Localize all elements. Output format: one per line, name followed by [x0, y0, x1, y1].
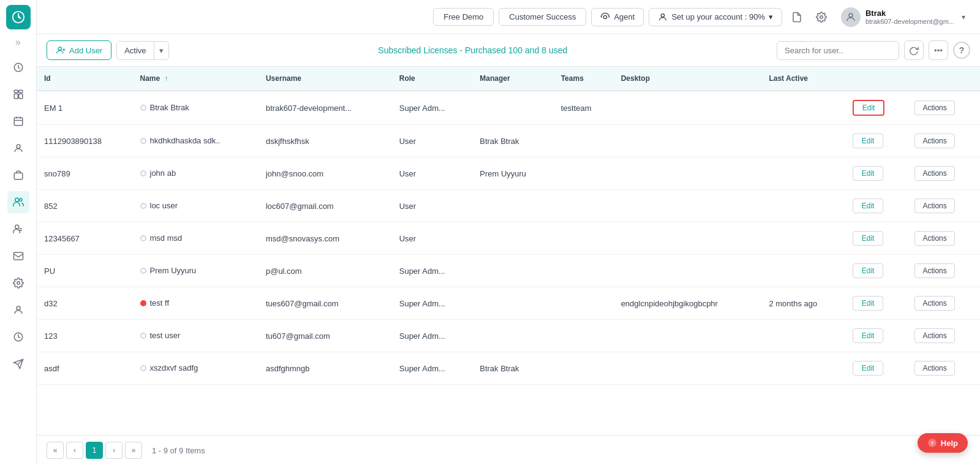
svg-rect-11: [14, 173, 23, 180]
table-row: 1112903890138 hkdhkdhaskda sdk.. dskjfhs…: [37, 125, 980, 157]
document-icon-button[interactable]: [787, 7, 807, 27]
sidebar: »: [0, 0, 37, 465]
cell-id: 852: [37, 190, 133, 222]
edit-button[interactable]: Edit: [853, 361, 884, 376]
free-demo-button[interactable]: Free Demo: [433, 8, 494, 26]
sidebar-item-users[interactable]: [7, 191, 29, 213]
first-page-button[interactable]: «: [47, 442, 64, 459]
col-role: Role: [392, 67, 473, 91]
cell-manager: [472, 320, 553, 352]
status-indicator: [140, 105, 146, 111]
sidebar-item-settings[interactable]: [7, 272, 29, 294]
edit-button[interactable]: Edit: [853, 328, 884, 343]
edit-button[interactable]: Edit: [853, 166, 884, 181]
cell-last-active: [761, 320, 845, 352]
help-fab-button[interactable]: ? Help: [918, 433, 968, 453]
search-input[interactable]: [777, 41, 899, 60]
actions-button[interactable]: Actions: [914, 263, 954, 278]
add-user-button[interactable]: Add User: [47, 40, 111, 60]
cell-name: Prem Uyyuru: [133, 255, 258, 287]
prev-page-button[interactable]: ‹: [66, 442, 83, 459]
cell-desktop: [614, 190, 762, 222]
sidebar-item-profile[interactable]: [7, 299, 29, 321]
edit-button[interactable]: Edit: [853, 296, 884, 311]
cell-teams: [554, 125, 614, 157]
actions-button[interactable]: Actions: [914, 296, 954, 311]
svg-point-22: [662, 13, 665, 17]
svg-point-17: [17, 306, 20, 310]
top-nav: Free Demo Customer Success Agent Set up …: [37, 0, 980, 34]
col-id: Id: [37, 67, 133, 91]
col-name[interactable]: Name ↑: [133, 67, 258, 91]
sidebar-expand-icon[interactable]: »: [15, 37, 21, 48]
sidebar-item-mail[interactable]: [7, 245, 29, 267]
gear-icon-button[interactable]: [812, 7, 831, 27]
actions-button[interactable]: Actions: [914, 361, 954, 376]
main-content: Free Demo Customer Success Agent Set up …: [37, 0, 980, 465]
svg-point-24: [849, 13, 853, 17]
user-email: btrak607-development@gm...: [865, 18, 954, 25]
logo-icon: [12, 10, 25, 24]
active-dropdown-arrow[interactable]: ▾: [154, 42, 168, 59]
svg-point-25: [58, 47, 61, 50]
actions-button[interactable]: Actions: [914, 231, 954, 246]
sidebar-item-history[interactable]: [7, 326, 29, 348]
actions-button[interactable]: Actions: [914, 328, 954, 343]
sidebar-item-dashboard[interactable]: [7, 83, 29, 105]
svg-point-14: [15, 225, 18, 229]
user-profile[interactable]: Btrak btrak607-development@gm... ▾: [836, 5, 970, 29]
cell-actions: Actions: [907, 125, 980, 157]
cell-last-active: [761, 352, 845, 385]
sidebar-item-calendar[interactable]: [7, 110, 29, 132]
refresh-button[interactable]: [904, 40, 924, 60]
edit-button[interactable]: Edit: [853, 134, 884, 148]
cell-username: btrak607-development...: [258, 91, 392, 125]
customer-success-button[interactable]: Customer Success: [499, 8, 586, 26]
actions-button[interactable]: Actions: [914, 166, 954, 181]
page-content: Add User Active ▾ Subscribed Licenses - …: [37, 34, 980, 465]
cell-role: User: [392, 157, 473, 190]
edit-button[interactable]: Edit: [853, 263, 884, 278]
edit-button[interactable]: Edit: [853, 100, 885, 116]
edit-button[interactable]: Edit: [853, 198, 884, 213]
cell-desktop: endglcnpideohjbgikogbcphr: [614, 287, 762, 320]
user-name: Btrak: [865, 9, 954, 18]
cell-desktop: [614, 157, 762, 190]
sidebar-item-groups[interactable]: [7, 218, 29, 240]
setup-button[interactable]: Set up your account : 90% ▾: [649, 8, 782, 26]
user-status: msd msd: [140, 233, 183, 243]
cell-teams: [554, 320, 614, 352]
svg-point-12: [15, 198, 18, 202]
last-page-button[interactable]: »: [125, 442, 142, 459]
setup-label: Set up your account : 90%: [671, 12, 764, 21]
svg-point-10: [17, 145, 20, 148]
cell-id: 12345667: [37, 222, 133, 255]
more-options-button[interactable]: •••: [929, 40, 948, 60]
sidebar-item-projects[interactable]: [7, 164, 29, 186]
app-logo[interactable]: [6, 5, 31, 29]
svg-point-16: [17, 282, 20, 285]
svg-point-13: [19, 198, 22, 202]
actions-button[interactable]: Actions: [914, 134, 954, 148]
users-table-container: Id Name ↑ Username Role Manager Teams De…: [37, 67, 980, 435]
cell-username: loc607@gmail.com: [258, 190, 392, 222]
cell-manager: [472, 287, 553, 320]
sidebar-item-contacts[interactable]: [7, 137, 29, 159]
next-page-button[interactable]: ›: [105, 442, 123, 459]
svg-text:?: ?: [930, 440, 933, 446]
help-icon-button[interactable]: ?: [953, 42, 970, 59]
actions-button[interactable]: Actions: [914, 198, 954, 213]
sidebar-item-time[interactable]: [7, 56, 29, 78]
status-indicator: [140, 170, 146, 176]
page-1-button[interactable]: 1: [86, 442, 103, 459]
sidebar-item-send[interactable]: [7, 353, 29, 375]
agent-icon: [600, 12, 610, 22]
edit-button[interactable]: Edit: [853, 231, 884, 246]
col-teams: Teams: [554, 67, 614, 91]
col-manager: Manager: [472, 67, 553, 91]
agent-button[interactable]: Agent: [591, 8, 644, 26]
cell-id: 123: [37, 320, 133, 352]
svg-rect-3: [18, 90, 22, 93]
actions-button[interactable]: Actions: [914, 100, 954, 115]
active-filter-button[interactable]: Active: [117, 42, 153, 59]
